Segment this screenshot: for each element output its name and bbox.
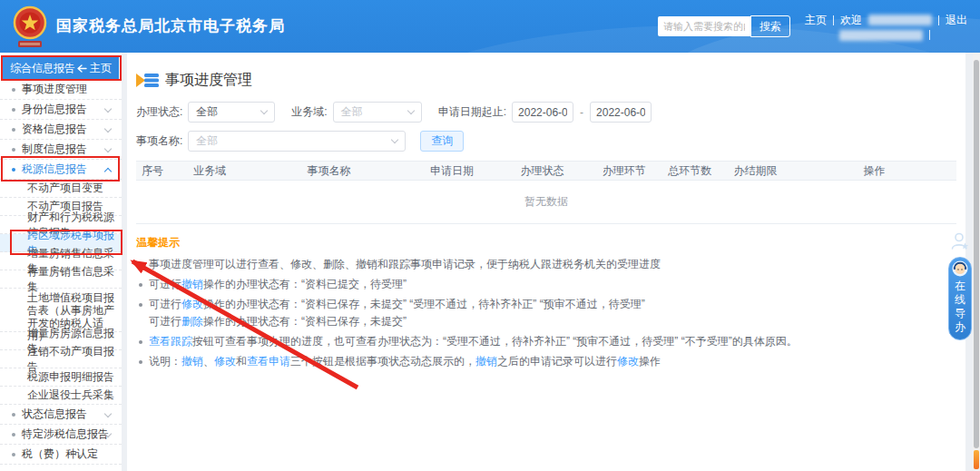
sidebar-item-status-info-report[interactable]: 状态信息报告 <box>0 405 122 425</box>
sidebar-item-stock-house-sales-collection[interactable]: 存量房销售信息采集 <box>0 270 122 289</box>
revoke-link[interactable]: 撤销 <box>181 355 203 368</box>
floating-widget: 在线导办 <box>947 231 973 340</box>
modify-link[interactable]: 修改 <box>181 298 203 310</box>
filter-bar: 办理状态: 全部 业务域: 全部 申请日期起止: - 事项名称: 全部 查询 <box>136 102 956 152</box>
view-track-link[interactable]: 查看跟踪 <box>149 335 192 348</box>
status-filter-label: 办理状态: <box>136 104 182 120</box>
bullet-icon <box>12 433 15 437</box>
welcome-label: 欢迎 <box>840 13 862 28</box>
home-link[interactable]: 主页 <box>805 13 827 28</box>
modify-link[interactable]: 修改 <box>617 355 639 368</box>
main-panel: 事项进度管理 办理状态: 全部 业务域: 全部 申请日期起止: - 事项名称: … <box>127 53 965 471</box>
sidebar-item-tax-source-info-report[interactable]: 税源信息报告 <box>0 160 122 180</box>
date-separator: - <box>580 106 583 119</box>
divider <box>833 15 834 25</box>
bullet-icon <box>12 453 15 456</box>
sidebar-item-progress-management[interactable]: 事项进度管理 <box>0 80 122 100</box>
chevron-down-icon <box>391 136 398 143</box>
sidebar-item-identity-info-report[interactable]: 身份信息报告 <box>0 100 122 120</box>
chevron-down-icon <box>104 410 112 417</box>
sidebar-title: 综合信息报告 <box>10 61 75 76</box>
col-serial-number: 序号 <box>136 163 169 179</box>
sidebar-item-veteran-collection[interactable]: 企业退役士兵采集 <box>0 387 122 405</box>
bullet-icon <box>12 148 15 152</box>
col-apply-date: 申请日期 <box>407 163 496 179</box>
status-select[interactable]: 全部 <box>188 102 275 123</box>
bullet-icon <box>12 168 15 172</box>
chevron-down-icon <box>104 145 112 152</box>
header-search: 搜索 <box>658 15 790 37</box>
tips-title: 温馨提示 <box>136 235 956 250</box>
page-title: 事项进度管理 <box>165 71 252 90</box>
scrollbar-bottom-indicator[interactable] <box>974 450 979 469</box>
chevron-down-icon <box>407 107 414 114</box>
progress-table: 序号 业务域 事项名称 申请日期 办理状态 办理环节 总环节数 办结期限 操作 … <box>136 161 956 224</box>
delete-link[interactable]: 删除 <box>181 315 203 328</box>
col-actions: 操作 <box>792 163 956 179</box>
chevron-down-icon <box>260 107 268 114</box>
sidebar-item-tax-fee-type-determination[interactable]: 税（费）种认定 <box>0 445 122 465</box>
col-item-name: 事项名称 <box>251 163 407 179</box>
masked-company-name <box>839 30 923 41</box>
chevron-down-icon <box>104 105 112 113</box>
revoke-link[interactable]: 撤销 <box>181 278 203 290</box>
sidebar-item-qualification-info-report[interactable]: 资格信息报告 <box>0 120 122 140</box>
revoke-link[interactable]: 撤销 <box>475 355 497 368</box>
divider <box>938 15 939 25</box>
search-button[interactable]: 搜索 <box>750 15 790 37</box>
col-business-domain: 业务域 <box>169 163 250 179</box>
assistant-avatar-icon <box>952 260 968 277</box>
sidebar-home-link[interactable]: 主页 <box>77 61 112 76</box>
query-button[interactable]: 查询 <box>420 131 464 152</box>
bullet-icon <box>12 88 15 92</box>
chevron-up-icon <box>104 168 112 175</box>
tips-section: 温馨提示 事项进度管理可以进行查看、修改、删除、撤销和跟踪事项申请记录，便于纳税… <box>136 235 956 368</box>
bullet-icon <box>12 413 15 417</box>
tip-line: 可进行撤销操作的办理状态有：“资料已提交，待受理” <box>136 279 956 290</box>
tip-line: 可进行修改操作的办理状态有：“资料已保存，未提交” “受理不通过，待补齐补正” … <box>136 299 956 310</box>
divider <box>929 30 930 40</box>
online-guide-button[interactable]: 在线导办 <box>948 257 972 340</box>
page-scrollbar-track[interactable] <box>973 53 980 471</box>
domain-select[interactable]: 全部 <box>333 102 422 123</box>
sidebar-header: 综合信息报告 主页 <box>3 57 119 80</box>
modify-link[interactable]: 修改 <box>214 355 236 368</box>
sidebar: 综合信息报告 主页 事项进度管理 身份信息报告 资格信息报告 制度信息报告 <box>0 53 122 471</box>
user-block: 主页 欢迎 退出 <box>805 13 967 41</box>
table-empty-state: 暂无数据 <box>136 181 956 224</box>
search-input[interactable] <box>658 16 750 36</box>
col-handle-status: 办理状态 <box>497 163 587 179</box>
back-arrow-icon <box>77 64 87 74</box>
bullet-icon <box>12 128 15 132</box>
domain-filter-label: 业务域: <box>291 104 327 120</box>
sidebar-item-system-info-report[interactable]: 制度信息报告 <box>0 140 122 160</box>
online-guide-label: 在线导办 <box>955 280 966 334</box>
tip-line: 查看跟踪按钮可查看事项办理的进度，也可查看办理状态为：“受理不通过，待补齐补正”… <box>136 336 956 348</box>
col-deadline: 办结期限 <box>719 163 792 179</box>
page-scrollbar-thumb[interactable] <box>974 60 979 448</box>
tax-bureau-emblem-logo <box>11 5 51 49</box>
sidebar-item-specific-tax-info-report[interactable]: 特定涉税信息报告 <box>0 425 122 445</box>
masked-username <box>868 15 932 25</box>
date-range-label: 申请日期起止: <box>438 104 506 120</box>
sidebar-item-tax-declaration-detail-report[interactable]: 税源申报明细报告 <box>0 368 122 387</box>
view-application-link[interactable]: 查看申请 <box>247 355 290 368</box>
tip-line: 说明：撤销、修改和查看申请三个按钮是根据事项状态动态展示的，撤销之后的申请记录可… <box>136 356 956 368</box>
item-name-select[interactable]: 全部 <box>188 131 406 152</box>
sidebar-item-realestate-project-change[interactable]: 不动产项目变更 <box>0 180 122 198</box>
site-title: 国家税务总局北京市电子税务局 <box>56 15 285 36</box>
person-star-icon[interactable] <box>950 231 970 251</box>
tip-line: 事项进度管理可以进行查看、修改、删除、撤销和跟踪事项申请记录，便于纳税人跟进税务… <box>136 259 956 270</box>
item-name-filter-label: 事项名称: <box>136 133 182 149</box>
date-to-input[interactable] <box>590 102 652 123</box>
sidebar-item-cancel-realestate-project-report[interactable]: 注销不动产项目报告 <box>0 350 122 368</box>
page-title-icon <box>136 73 160 88</box>
chevron-down-icon <box>104 125 112 132</box>
col-total-steps: 总环节数 <box>662 163 719 179</box>
sidebar-menu: 事项进度管理 身份信息报告 资格信息报告 制度信息报告 税源信息报告 不动产项目… <box>0 80 122 465</box>
logout-link[interactable]: 退出 <box>946 13 967 28</box>
date-from-input[interactable] <box>512 102 573 123</box>
app-header: 国家税务总局北京市电子税务局 搜索 主页 欢迎 退出 <box>0 0 980 53</box>
tip-line: 可进行删除操作的办理状态有：“资料已保存，未提交” <box>136 316 956 328</box>
col-handle-step: 办理环节 <box>587 163 661 179</box>
